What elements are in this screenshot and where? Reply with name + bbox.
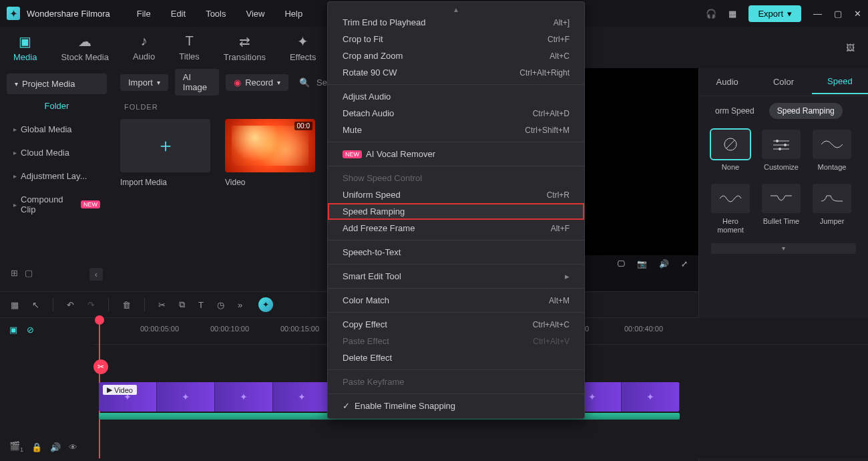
context-item-enable-timeline-snapping[interactable]: ✓Enable Timeline Snapping: [328, 398, 584, 414]
maximize-button[interactable]: ▢: [834, 9, 842, 19]
magnet-icon[interactable]: ⊘: [27, 325, 34, 335]
context-separator: [328, 369, 584, 370]
preset-bullet[interactable]: Bullet Time: [762, 184, 801, 235]
delete-icon[interactable]: 🗑: [122, 300, 131, 310]
crop-icon[interactable]: ⧉: [179, 299, 185, 310]
sidebar-item-cloud-media[interactable]: ▸Cloud Media: [7, 141, 107, 164]
menu-edit[interactable]: Edit: [171, 9, 186, 19]
display-icon[interactable]: 🖵: [617, 259, 625, 269]
context-item-ai-vocal-remover[interactable]: NEWAI Vocal Remover: [328, 146, 584, 162]
import-dropdown[interactable]: Import▾: [120, 74, 168, 91]
context-item-delete-effect[interactable]: Delete Effect: [328, 349, 584, 366]
context-item-speed-ramping[interactable]: Speed Ramping: [328, 203, 584, 220]
sidebar-header[interactable]: ▾Project Media: [7, 73, 107, 94]
sidebar-item-compound-clip[interactable]: ▸Compound ClipNEW: [7, 188, 107, 221]
preset-jumper[interactable]: Jumper: [813, 184, 851, 235]
layout-icon[interactable]: ▦: [11, 300, 19, 310]
check-icon: ✓: [343, 401, 351, 411]
sidebar-item-adjustment-layer[interactable]: ▸Adjustment Lay...: [7, 164, 107, 188]
ai-icon[interactable]: ✦: [258, 297, 273, 312]
visibility-icon[interactable]: 👁: [69, 442, 77, 452]
cut-icon[interactable]: ✂: [158, 300, 166, 310]
redo-icon[interactable]: ↷: [87, 300, 95, 310]
search-input[interactable]: Se: [316, 78, 327, 88]
context-item-adjust-audio[interactable]: Adjust Audio: [328, 88, 584, 105]
export-button[interactable]: Export▾: [748, 5, 801, 22]
context-item-detach-audio[interactable]: Detach AudioCtrl+Alt+D: [328, 105, 584, 122]
context-item-crop-and-zoom[interactable]: Crop and ZoomAlt+C: [328, 47, 584, 64]
preset-montage[interactable]: Montage: [813, 130, 851, 172]
volume-icon[interactable]: 🔊: [659, 259, 669, 269]
undo-icon[interactable]: ↶: [67, 300, 74, 310]
folder-icon[interactable]: ▢: [25, 268, 33, 281]
menu-file[interactable]: File: [137, 9, 151, 19]
ai-image-button[interactable]: AI Image: [175, 69, 219, 96]
app-logo: ✦: [7, 7, 20, 20]
media-tile-video[interactable]: 00:0 Video: [225, 119, 315, 187]
search-icon[interactable]: 🔍: [299, 78, 310, 88]
context-shortcut: Ctrl+R: [547, 190, 570, 200]
chevron-down-icon: ▾: [157, 79, 160, 86]
tab-titles[interactable]: TTitles: [179, 33, 200, 61]
context-item-color-match[interactable]: Color MatchAlt+M: [328, 292, 584, 309]
cursor-icon[interactable]: ↖: [32, 300, 39, 310]
context-item-add-freeze-frame[interactable]: Add Freeze FrameAlt+F: [328, 220, 584, 237]
media-icon: ▣: [19, 33, 31, 49]
tab-audio[interactable]: ♪Audio: [133, 33, 155, 61]
scissor-handle[interactable]: ✂: [93, 359, 108, 374]
expand-presets-button[interactable]: ▾: [711, 243, 856, 254]
context-item-speech-to-text[interactable]: Speech-to-Text: [328, 244, 584, 261]
context-item-trim-end-to-playhead[interactable]: Trim End to PlayheadAlt+]: [328, 14, 584, 31]
context-item-copy-effect[interactable]: Copy EffectCtrl+Alt+C: [328, 316, 584, 333]
context-item-paste-keyframe: Paste Keyframe: [328, 373, 584, 390]
mute-icon[interactable]: 🔊: [50, 442, 61, 452]
more-icon[interactable]: »: [238, 300, 242, 310]
context-item-uniform-speed[interactable]: Uniform SpeedCtrl+R: [328, 186, 584, 203]
menu-view[interactable]: View: [246, 9, 264, 19]
record-dropdown[interactable]: ◉Record▾: [226, 74, 288, 91]
context-shortcut: Ctrl+Alt+Right: [519, 68, 570, 78]
new-folder-icon[interactable]: ⊞: [11, 268, 18, 281]
image-icon[interactable]: 🖼: [846, 43, 855, 53]
speed-chip-ramping[interactable]: Speed Ramping: [769, 103, 843, 119]
context-item-mute[interactable]: MuteCtrl+Shift+M: [328, 122, 584, 138]
tab-stock-media[interactable]: ☁Stock Media: [61, 33, 109, 62]
context-shortcut: Ctrl+Shift+M: [525, 126, 570, 135]
inspector-tab-audio[interactable]: Audio: [699, 70, 755, 94]
context-item-rotate-90-cw[interactable]: Rotate 90 CWCtrl+Alt+Right: [328, 64, 584, 81]
context-scroll-up[interactable]: ▲: [328, 6, 584, 14]
audio-icon: ♪: [141, 33, 148, 49]
sidebar-folder-active[interactable]: Folder: [7, 94, 107, 118]
fullscreen-icon[interactable]: ⤢: [681, 259, 688, 269]
context-separator: [328, 142, 584, 142]
inspector-tab-color[interactable]: Color: [755, 70, 811, 94]
preset-customize[interactable]: Customize: [762, 130, 801, 172]
collapse-sidebar-button[interactable]: ‹: [89, 268, 103, 281]
tab-effects[interactable]: ✦Effects: [290, 33, 316, 62]
new-badge: NEW: [81, 200, 100, 208]
text-icon[interactable]: T: [198, 300, 204, 310]
chevron-right-icon: ▸: [13, 172, 17, 180]
close-button[interactable]: ✕: [854, 9, 861, 19]
speed-icon[interactable]: ◷: [217, 300, 224, 310]
import-media-tile[interactable]: ＋ Import Media: [120, 119, 210, 187]
menu-help[interactable]: Help: [284, 9, 302, 19]
minimize-button[interactable]: —: [813, 9, 822, 19]
lock-icon[interactable]: 🔒: [31, 442, 42, 452]
apps-icon[interactable]: ▦: [728, 9, 736, 19]
video-track-icon[interactable]: 🎬1: [9, 441, 23, 453]
preset-none[interactable]: None: [711, 130, 750, 172]
timeline-mode-icon[interactable]: ▣: [9, 325, 17, 335]
preset-hero[interactable]: Hero moment: [711, 184, 750, 235]
tab-media[interactable]: ▣Media: [13, 33, 37, 62]
new-badge: NEW: [343, 150, 362, 158]
tab-transitions[interactable]: ⇄Transitions: [224, 33, 266, 62]
headset-icon[interactable]: 🎧: [706, 9, 716, 19]
sidebar-item-global-media[interactable]: ▸Global Media: [7, 118, 107, 141]
context-item-crop-to-fit[interactable]: Crop to FitCtrl+F: [328, 31, 584, 47]
context-item-smart-edit-tool[interactable]: Smart Edit Tool▸: [328, 268, 584, 285]
speed-chip-uniform[interactable]: orm Speed: [707, 103, 763, 119]
snapshot-icon[interactable]: 📷: [637, 259, 647, 269]
inspector-tab-speed[interactable]: Speed: [812, 69, 868, 94]
menu-tools[interactable]: Tools: [206, 9, 226, 19]
